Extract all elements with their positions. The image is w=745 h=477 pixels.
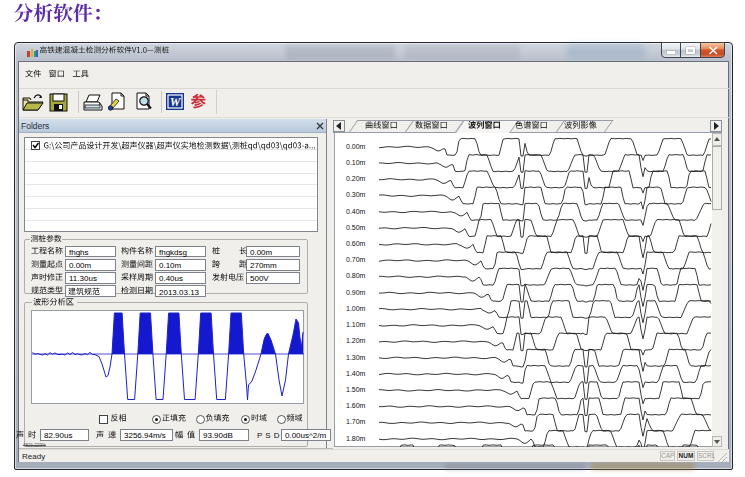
svg-text:W: W xyxy=(170,95,182,109)
